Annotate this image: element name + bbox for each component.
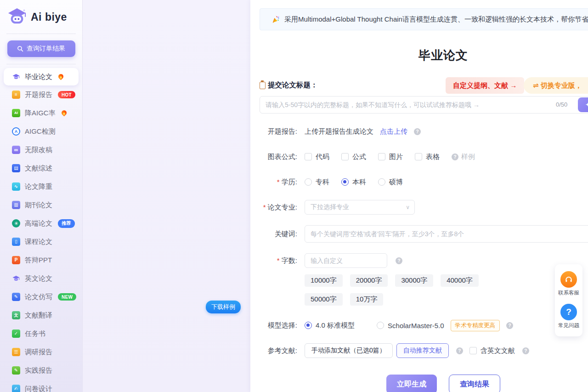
word-count-chip[interactable]: 50000字 [305,293,343,306]
sidebar-item-label: 文献综述 [25,164,52,173]
checkbox[interactable] [378,153,385,160]
opening-report-label: 开题报告: [260,127,297,136]
education-row: 学历: 专科 本科 硕博 [260,175,588,189]
radio-associate[interactable]: 专科 [305,178,329,187]
sidebar-item-journal-paper[interactable]: 期刊论文 [0,196,82,214]
word-count-label: 字数: [260,256,297,265]
sidebar-item-literature-translation[interactable]: 文献翻译 [0,306,82,324]
checkbox-image[interactable]: 图片 [378,153,403,161]
sidebar-item-label: 调研报告 [25,348,52,357]
manual-add-references-button[interactable]: 手动添加文献（已选0篇） [305,343,393,358]
ai-recommend-title-button[interactable]: ✦ [578,97,588,112]
sidebar-item-task-book[interactable]: 任务书 [0,324,82,343]
switch-pro-version-button[interactable]: ⇌ 切换专业版， [524,77,588,94]
radio-checked[interactable] [305,322,312,329]
checkbox-formula[interactable]: 公式 [341,153,366,161]
sidebar-item-practice-report[interactable]: 实践报告 [0,361,82,380]
word-count-chip[interactable]: 30000字 [395,274,433,287]
questionnaire-icon [12,385,20,392]
thesis-title-input[interactable] [260,96,588,114]
sidebar-item-label: 高端论文 [25,219,52,228]
sidebar-item-label: 无限改稿 [25,146,52,154]
thesis-form: 提交论文标题： 自定义提纲、文献 → ⇌ 切换专业版， 0/50 ✦ 开题报告:… [260,77,588,392]
sidebar-item-survey-report[interactable]: 调研报告 [0,343,82,361]
sidebar-item-label: 开题报告 [25,91,52,99]
checkbox-code[interactable]: 代码 [305,153,329,161]
radio-bachelor[interactable]: 本科 [341,178,366,187]
radio-model-scholarmaster[interactable]: ScholarMaster-5.0 [377,322,444,330]
sidebar-item-label: AIGC检测 [25,127,56,136]
model-select-row: 模型选择: 4.0 标准模型 ScholarMaster-5.0 学术专精度更高 [260,318,588,333]
page-title: 毕业论文 [260,47,588,63]
sidebar-item-literature-review[interactable]: 文献综述 [0,159,82,177]
radio-model-standard[interactable]: 4.0 标准模型 [305,321,355,330]
radio-label: 硕博 [389,178,403,187]
auto-recommend-references-button[interactable]: 自动推荐文献 [396,343,449,358]
radio[interactable] [377,322,384,329]
sidebar-item-thesis[interactable]: 毕业论文 [4,68,79,85]
references-label: 参考文献: [260,347,297,355]
query-results-button[interactable]: 查询结果 [449,375,500,392]
checkbox-label: 图片 [389,153,403,161]
checkbox[interactable] [469,347,477,354]
help-icon[interactable] [456,347,463,354]
radio-checked[interactable] [341,178,349,186]
contact-service-button[interactable] [560,271,577,288]
sidebar-item-defense-ppt[interactable]: 答辩PPT [0,251,82,269]
help-icon[interactable] [414,128,421,135]
checkbox-label: 代码 [316,153,329,161]
logo-text: Ai biye [31,11,67,23]
checkbox-english-references[interactable]: 含英文文献 [469,347,515,355]
sidebar: Ai biye 查询订单结果 毕业论文 开题报告 HOT 降AIGC率 AIGC… [0,0,83,392]
charts-formula-label: 图表公式: [260,153,297,161]
generate-now-button[interactable]: 立即生成 [386,375,437,392]
word-count-chip[interactable]: 20000字 [350,274,388,287]
sidebar-item-proposal-report[interactable]: 开题报告 HOT [0,85,82,104]
query-order-results-label: 查询订单结果 [27,45,65,53]
checkbox[interactable] [415,153,422,160]
aigc-reduce-icon [12,109,20,117]
word-count-custom-input[interactable] [305,253,387,268]
sidebar-item-english-paper[interactable]: 英文论文 [0,269,82,288]
word-count-chip[interactable]: 10000字 [305,274,343,287]
contact-service-label: 联系客服 [558,290,579,296]
radio-label: ScholarMaster-5.0 [388,322,444,330]
word-count-chip[interactable]: 10万字 [350,293,384,306]
radio[interactable] [378,178,385,186]
sample-label[interactable]: 样例 [461,153,475,161]
sidebar-item-plagiarism-reduction[interactable]: 论文降重 [0,177,82,196]
sidebar-item-unlimited-revision[interactable]: 无限改稿 [0,141,82,159]
custom-outline-references-button[interactable]: 自定义提纲、文献 → [446,77,524,94]
faq-button[interactable]: ? [560,304,577,320]
help-icon[interactable] [506,322,513,329]
promo-banner: 采用Multimodal+Global Thought Chain语言模型生成连… [260,8,588,30]
checkbox-table[interactable]: 表格 [415,153,440,161]
checklist-icon [12,348,20,356]
radio[interactable] [305,178,312,186]
help-icon[interactable] [396,257,402,264]
recommend-badge: 推荐 [58,219,75,228]
service-floating-card: 联系客服 ? 常见问题 [555,264,582,336]
click-upload-link[interactable]: 点击上传 [380,127,407,136]
checkbox[interactable] [341,153,349,160]
sidebar-item-reduce-aigc[interactable]: 降AIGC率 [0,104,82,122]
help-icon[interactable] [452,153,458,160]
major-select[interactable]: 下拉选择专业 ∨ [305,200,415,215]
sidebar-item-premium-paper[interactable]: 高端论文 推荐 [0,214,82,233]
word-count-chip[interactable]: 40000字 [441,274,479,287]
keywords-input[interactable] [305,225,588,243]
graduation-cap-icon [12,73,20,81]
radio-master-phd[interactable]: 硕博 [378,178,403,187]
divider [6,64,76,64]
flame-icon [58,74,64,80]
sidebar-item-label: 文献翻译 [25,311,52,320]
sidebar-item-questionnaire-design[interactable]: 问卷设计 [0,380,82,392]
sidebar-item-paper-imitation[interactable]: 论文仿写 NEW [0,288,82,306]
download-sample-button[interactable]: 下载样例 [206,301,241,313]
checkbox[interactable] [305,153,312,160]
sidebar-item-course-paper[interactable]: 课程论文 [0,233,82,251]
query-order-results-button[interactable]: 查询订单结果 [7,40,75,57]
sidebar-menu: 毕业论文 开题报告 HOT 降AIGC率 AIGC检测 无限改稿 文献综述 论文… [0,68,82,392]
help-icon[interactable] [522,347,529,354]
sidebar-item-aigc-detect[interactable]: AIGC检测 [0,122,82,141]
